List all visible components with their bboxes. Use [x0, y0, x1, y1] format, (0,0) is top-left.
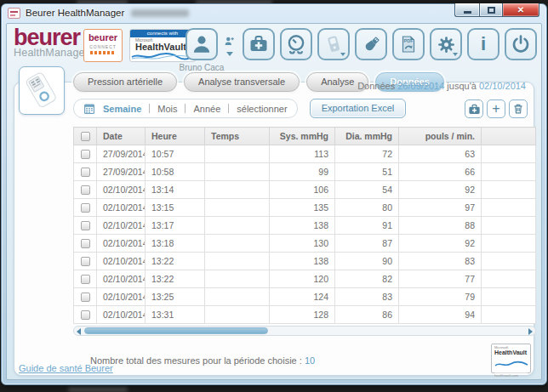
- add-measurement-button[interactable]: +: [487, 99, 505, 118]
- table-row[interactable]: 02/10/201413:251248379: [74, 288, 536, 306]
- row-checkbox-cell[interactable]: [74, 217, 97, 235]
- cell-temps: [205, 235, 270, 253]
- table-row[interactable]: 02/10/201413:221208277: [74, 270, 536, 288]
- table-row[interactable]: 02/10/201413:151358097: [74, 199, 536, 217]
- gauge-icon: [285, 33, 307, 55]
- row-checkbox-cell[interactable]: [74, 235, 97, 253]
- period-option-mois[interactable]: Mois: [157, 104, 177, 114]
- date-to[interactable]: 02/10/2014: [479, 81, 526, 91]
- cell-sys: 130: [270, 235, 335, 253]
- cell-heure: 10:57: [146, 145, 205, 163]
- cell-temps: [205, 253, 270, 270]
- row-checkbox-cell[interactable]: [74, 199, 97, 217]
- cell-filler: [482, 306, 536, 324]
- device-icon: [323, 34, 344, 54]
- summary-value: 10: [305, 355, 315, 366]
- client-area: beurer HealthManager beurer CONNECT conn…: [6, 23, 542, 380]
- usb-transfer-button[interactable]: [355, 28, 387, 60]
- column-header-heure[interactable]: Heure: [146, 128, 205, 145]
- option-divider: [185, 104, 186, 113]
- maximize-button[interactable]: [479, 3, 502, 17]
- period-selector: SemaineMoisAnnéesélectionner: [73, 99, 298, 118]
- cell-filler: [482, 270, 536, 288]
- row-checkbox[interactable]: [81, 168, 90, 177]
- briefcase-button[interactable]: [465, 99, 483, 118]
- date-range-label: Données: [357, 81, 395, 91]
- row-checkbox[interactable]: [81, 239, 90, 248]
- table-row[interactable]: 02/10/201413:311288694: [74, 306, 536, 324]
- period-option-s-lectionner[interactable]: sélectionner: [237, 104, 287, 114]
- info-button[interactable]: i: [467, 28, 499, 60]
- first-aid-kit-button[interactable]: [243, 28, 275, 60]
- summary-line: Nombre total des mesures pour la période…: [90, 355, 315, 366]
- add-user-control[interactable]: [223, 35, 236, 56]
- row-checkbox[interactable]: [81, 310, 90, 320]
- title-bar[interactable]: Beurer HealthManager ✕: [2, 4, 546, 23]
- tab-analyse-transversale[interactable]: Analyse transversale: [184, 72, 300, 92]
- hv-footer-url: healthvault.com: [494, 372, 528, 378]
- row-checkbox-cell[interactable]: [74, 145, 97, 163]
- select-all-checkbox[interactable]: [81, 132, 90, 141]
- row-checkbox[interactable]: [81, 275, 90, 284]
- row-checkbox[interactable]: [81, 221, 90, 230]
- cell-dia: 54: [335, 181, 399, 199]
- scroll-left-arrow-icon[interactable]: [77, 328, 81, 335]
- device-thumbnail[interactable]: [19, 66, 65, 115]
- table-row[interactable]: 27/09/201410:571137263: [74, 145, 536, 163]
- column-header-pouls-min[interactable]: pouls / min.: [399, 128, 482, 145]
- column-header-date[interactable]: Date: [97, 128, 146, 145]
- table-row[interactable]: 27/09/201410:58995166: [74, 163, 536, 181]
- cell-heure: 13:22: [146, 270, 205, 288]
- cell-date: 02/10/2014: [97, 217, 146, 235]
- settings-button[interactable]: [430, 28, 462, 60]
- row-checkbox-cell[interactable]: [74, 181, 97, 199]
- device-button[interactable]: [317, 28, 350, 60]
- table-row[interactable]: 02/10/201413:221389083: [74, 253, 536, 270]
- scroll-right-arrow-icon[interactable]: [528, 328, 533, 335]
- column-header-sys-mmhg[interactable]: Sys. mmHg: [270, 128, 335, 145]
- delete-button[interactable]: [509, 99, 528, 118]
- select-all-cell[interactable]: [74, 128, 97, 145]
- row-checkbox-cell[interactable]: [74, 270, 97, 288]
- window-title: Beurer HealthManager: [26, 8, 124, 18]
- row-checkbox[interactable]: [81, 185, 90, 195]
- pdf-export-button[interactable]: PDF: [392, 28, 425, 60]
- blood-pressure-gauge-button[interactable]: [280, 28, 312, 60]
- row-checkbox-cell[interactable]: [74, 306, 97, 324]
- row-checkbox[interactable]: [81, 293, 90, 302]
- table-row[interactable]: 02/10/201413:181308792: [74, 235, 536, 253]
- table-body: 27/09/201410:57113726327/09/201410:58995…: [74, 145, 536, 324]
- beurer-connect-badge: beurer CONNECT: [83, 29, 123, 62]
- cell-dia: 91: [335, 217, 399, 235]
- row-checkbox[interactable]: [81, 203, 90, 213]
- horizontal-scrollbar[interactable]: [73, 326, 536, 336]
- cell-heure: 13:14: [146, 181, 205, 199]
- row-checkbox-cell[interactable]: [74, 253, 97, 270]
- connect-badge-name: beurer: [84, 33, 122, 43]
- health-guide-link[interactable]: Guide de santé Beurer: [19, 363, 113, 373]
- row-checkbox[interactable]: [81, 150, 90, 159]
- row-checkbox-cell[interactable]: [74, 288, 97, 306]
- row-checkbox[interactable]: [81, 257, 90, 266]
- measurements-table: DateHeureTempsSys. mmHgDia. mmHgpouls / …: [73, 127, 536, 324]
- date-from[interactable]: 26/09/2014: [397, 81, 444, 91]
- user-profile-button[interactable]: [186, 28, 218, 60]
- column-header-dia-mmhg[interactable]: Dia. mmHg: [335, 128, 399, 145]
- row-checkbox-cell[interactable]: [74, 163, 97, 181]
- minimize-button[interactable]: [454, 3, 479, 17]
- gear-icon: [436, 34, 457, 55]
- table-row[interactable]: 02/10/201413:141065492: [74, 181, 536, 199]
- calendar-icon: [83, 103, 95, 115]
- table-row[interactable]: 02/10/201413:171389188: [74, 217, 536, 235]
- column-header-temps[interactable]: Temps: [205, 128, 270, 145]
- scrollbar-thumb[interactable]: [84, 327, 268, 334]
- export-excel-button[interactable]: Exportation Excel: [310, 99, 407, 118]
- period-option-ann-e[interactable]: Année: [193, 104, 220, 114]
- cell-sys: 120: [270, 270, 335, 288]
- close-button[interactable]: ✕: [502, 3, 539, 17]
- tab-pression-art-rielle[interactable]: Pression artérielle: [73, 72, 177, 92]
- period-option-semaine[interactable]: Semaine: [103, 104, 141, 114]
- app-window: Beurer HealthManager ✕ beurer HealthMana…: [1, 3, 547, 385]
- power-button[interactable]: [505, 28, 537, 60]
- cell-date: 02/10/2014: [97, 199, 146, 217]
